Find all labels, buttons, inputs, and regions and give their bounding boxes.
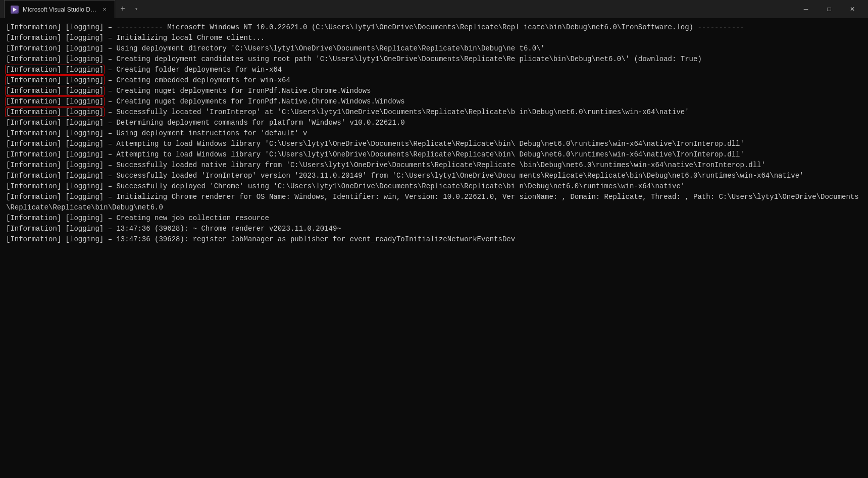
- log-line: [Information] [logging] – Creating deplo…: [6, 54, 862, 65]
- log-line: [Information] [logging] – Creating embed…: [6, 75, 862, 86]
- maximize-button[interactable]: □: [818, 0, 841, 18]
- main-window: Microsoft Visual Studio Debu ✕ + ▾ ─ □ ✕…: [0, 0, 868, 478]
- console-output: [Information] [logging] – ----------- Mi…: [0, 18, 868, 478]
- log-line: [Information] [logging] – 13:47:36 (3962…: [6, 224, 862, 234]
- vs-debug-icon: [11, 6, 19, 14]
- log-line: [Information] [logging] – Attempting to …: [6, 149, 862, 160]
- tab-title: Microsoft Visual Studio Debu: [23, 6, 96, 13]
- highlighted-prefix: [Information] [logging]: [6, 108, 104, 116]
- window-controls: ─ □ ✕: [794, 0, 864, 18]
- tab-dropdown-button[interactable]: ▾: [130, 3, 142, 15]
- log-line: [Information] [logging] – Creating nuget…: [6, 86, 862, 96]
- log-line: [Information] [logging] – Successfully l…: [6, 107, 862, 118]
- log-line: [Information] [logging] – Initializing l…: [6, 33, 862, 43]
- new-tab-button[interactable]: +: [115, 2, 130, 17]
- log-line: [Information] [logging] – Successfully d…: [6, 181, 862, 192]
- minimize-button[interactable]: ─: [794, 0, 818, 18]
- log-line: [Information] [logging] – Successfully l…: [6, 171, 862, 181]
- highlighted-prefix: [Information] [logging]: [6, 76, 104, 84]
- tab-area: Microsoft Visual Studio Debu ✕ + ▾: [4, 0, 794, 18]
- highlighted-prefix: [Information] [logging]: [6, 66, 104, 74]
- log-line: [Information] [logging] – Initializing C…: [6, 192, 862, 213]
- highlighted-prefix: [Information] [logging]: [6, 97, 104, 105]
- log-line: [Information] [logging] – Creating nuget…: [6, 96, 862, 107]
- log-line: [Information] [logging] – Creating folde…: [6, 65, 862, 75]
- close-button[interactable]: ✕: [841, 0, 864, 18]
- log-line: [Information] [logging] – Using deployme…: [6, 128, 862, 139]
- active-tab[interactable]: Microsoft Visual Studio Debu ✕: [4, 0, 115, 18]
- tab-close-button[interactable]: ✕: [100, 6, 109, 14]
- log-line: [Information] [logging] – Using deployme…: [6, 43, 862, 54]
- log-line: [Information] [logging] – Determining de…: [6, 118, 862, 128]
- log-line: [Information] [logging] – Creating new j…: [6, 213, 862, 224]
- log-line: [Information] [logging] – Successfully l…: [6, 160, 862, 171]
- log-line: [Information] [logging] – ----------- Mi…: [6, 22, 862, 33]
- titlebar: Microsoft Visual Studio Debu ✕ + ▾ ─ □ ✕: [0, 0, 868, 18]
- log-line: [Information] [logging] – 13:47:36 (3962…: [6, 234, 862, 245]
- highlighted-prefix: [Information] [logging]: [6, 87, 104, 95]
- log-line: [Information] [logging] – Attempting to …: [6, 139, 862, 149]
